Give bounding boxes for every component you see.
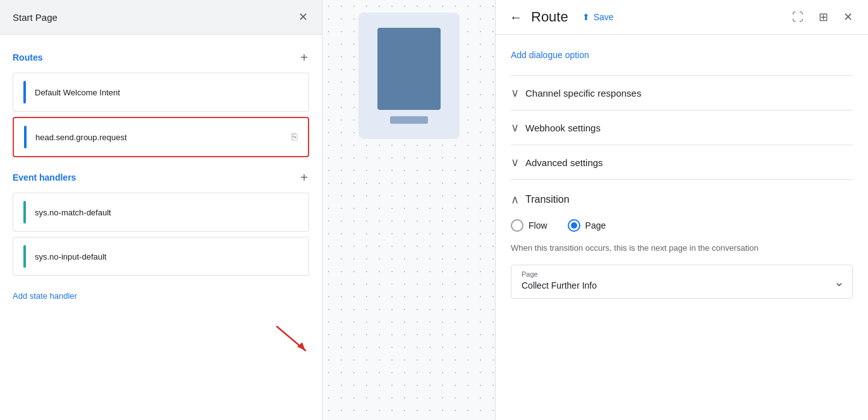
advanced-settings-header[interactable]: ∨ Advanced settings (511, 155, 853, 169)
fullscreen-icon[interactable]: ⊞ (816, 8, 831, 27)
page-card (358, 13, 460, 139)
event-handler-bar-1 (23, 201, 26, 224)
event-handler-bar-2 (23, 245, 26, 268)
event-handlers-title: Event handlers (13, 172, 76, 183)
chevron-down-icon-1: ∨ (511, 86, 519, 100)
page-field-value: Collect Further Info (522, 280, 842, 291)
transition-label: Transition (525, 194, 570, 205)
canvas (322, 0, 495, 420)
close-button[interactable]: ✕ (297, 10, 309, 24)
close-right-panel-button[interactable]: ✕ (841, 8, 855, 27)
dropdown-chevron-icon: ⌄ (834, 274, 845, 289)
arrow-indicator (271, 320, 315, 360)
channel-specific-responses-title: Channel specific responses (525, 88, 641, 99)
panel-title: Start Page (13, 12, 58, 23)
route-item-2[interactable]: head.send.group.request ⎘ (13, 117, 309, 157)
route-bar-1 (23, 81, 26, 104)
channel-specific-responses-header[interactable]: ∨ Channel specific responses (511, 86, 853, 100)
event-handler-label-1: sys.no-match-default (35, 208, 111, 217)
route-item-1[interactable]: Default Welcome Intent (13, 73, 309, 112)
chevron-up-icon: ∧ (511, 193, 519, 207)
event-handler-label-2: sys.no-input-default (35, 252, 106, 261)
panel-header: Start Page ✕ (0, 0, 322, 35)
page-select-field[interactable]: Page Collect Further Info ⌄ (511, 265, 853, 299)
right-panel-header: ← Route ⬆ Save ⛶ ⊞ ✕ (496, 0, 868, 35)
chevron-down-icon-2: ∨ (511, 121, 519, 135)
flow-radio-label: Flow (529, 220, 547, 231)
add-event-handler-button[interactable]: + (299, 170, 309, 185)
save-button[interactable]: ⬆ Save (576, 8, 620, 26)
expand-icon[interactable]: ⛶ (790, 8, 806, 27)
add-state-handler-link[interactable]: Add state handler (13, 291, 77, 301)
advanced-settings-section: ∨ Advanced settings (511, 145, 853, 180)
transition-description: When this transition occurs, this is the… (511, 242, 853, 255)
add-dialogue-option-button[interactable]: Add dialogue option (511, 45, 589, 65)
add-route-button[interactable]: + (299, 50, 309, 65)
event-handlers-section: Event handlers + sys.no-match-default sy… (13, 170, 309, 276)
event-handler-item-1[interactable]: sys.no-match-default (13, 193, 309, 232)
channel-specific-responses-section: ∨ Channel specific responses (511, 76, 853, 111)
page-radio-label: Page (585, 220, 606, 231)
event-handlers-header: Event handlers + (13, 170, 309, 185)
route-label-2: head.send.group.request (35, 133, 127, 142)
webhook-settings-title: Webhook settings (525, 123, 601, 133)
page-radio-circle (568, 219, 580, 232)
copy-icon[interactable]: ⎘ (291, 131, 298, 143)
page-radio-inner (571, 222, 577, 229)
svg-marker-1 (297, 342, 305, 351)
panel-content: Routes + Default Welcome Intent head.sen… (0, 35, 322, 420)
transition-section: ∧ Transition Flow Page When this transit… (511, 180, 853, 311)
flow-radio-circle (511, 219, 523, 232)
page-card-inner (377, 28, 441, 110)
route-label-1: Default Welcome Intent (35, 88, 120, 97)
flow-radio-option[interactable]: Flow (511, 219, 547, 232)
transition-radio-group: Flow Page (511, 219, 853, 232)
transition-title: ∧ Transition (511, 193, 853, 207)
routes-section-header: Routes + (13, 50, 309, 65)
page-card-footer (390, 116, 428, 124)
page-field-label: Page (522, 270, 842, 278)
save-icon: ⬆ (582, 12, 590, 22)
advanced-settings-title: Advanced settings (525, 157, 603, 168)
page-radio-option[interactable]: Page (568, 219, 606, 232)
event-handler-item-2[interactable]: sys.no-input-default (13, 237, 309, 276)
right-panel-title: Route (531, 9, 568, 25)
route-bar-2 (24, 126, 27, 148)
save-label: Save (594, 12, 614, 22)
add-dialogue-section: Add dialogue option (511, 35, 853, 76)
webhook-settings-header[interactable]: ∨ Webhook settings (511, 121, 853, 135)
routes-title: Routes (13, 52, 42, 63)
webhook-settings-section: ∨ Webhook settings (511, 111, 853, 145)
right-panel: ← Route ⬆ Save ⛶ ⊞ ✕ Add dialogue option… (495, 0, 868, 420)
back-button[interactable]: ← (508, 9, 523, 26)
right-panel-content: Add dialogue option ∨ Channel specific r… (496, 35, 868, 420)
chevron-down-icon-3: ∨ (511, 155, 519, 169)
